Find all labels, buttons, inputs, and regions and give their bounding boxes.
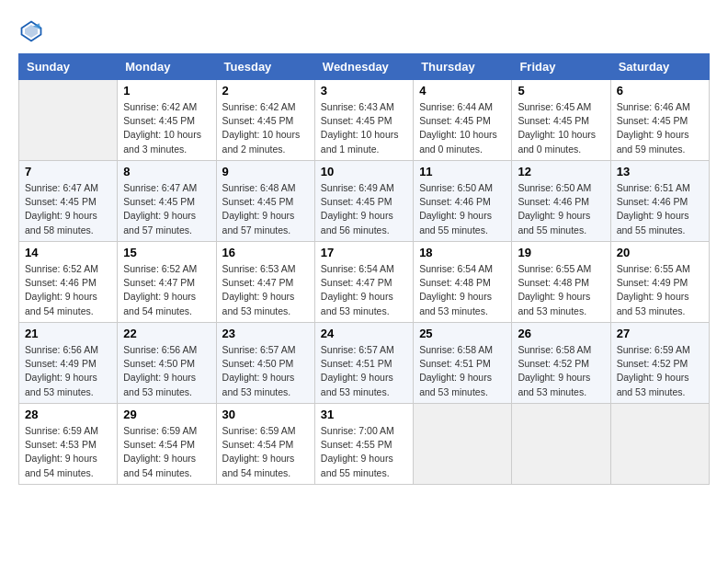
calendar-cell: 1Sunrise: 6:42 AMSunset: 4:45 PMDaylight… [118, 80, 216, 161]
day-number: 3 [321, 84, 407, 98]
day-info: Sunrise: 6:54 AMSunset: 4:47 PMDaylight:… [321, 262, 407, 318]
day-number: 6 [617, 84, 703, 98]
calendar-cell: 31Sunrise: 7:00 AMSunset: 4:55 PMDayligh… [314, 404, 413, 485]
calendar-cell [610, 404, 709, 485]
calendar-cell: 2Sunrise: 6:42 AMSunset: 4:45 PMDaylight… [216, 80, 314, 161]
day-info: Sunrise: 6:48 AMSunset: 4:45 PMDaylight:… [222, 181, 309, 237]
day-info: Sunrise: 6:46 AMSunset: 4:45 PMDaylight:… [617, 100, 703, 156]
weekday-header-friday: Friday [512, 54, 610, 80]
day-info: Sunrise: 6:51 AMSunset: 4:46 PMDaylight:… [617, 181, 703, 237]
day-info: Sunrise: 6:59 AMSunset: 4:52 PMDaylight:… [617, 343, 703, 399]
calendar-cell: 5Sunrise: 6:45 AMSunset: 4:45 PMDaylight… [512, 80, 610, 161]
calendar-cell: 20Sunrise: 6:55 AMSunset: 4:49 PMDayligh… [610, 242, 709, 323]
page-header [18, 18, 710, 44]
calendar-cell: 8Sunrise: 6:47 AMSunset: 4:45 PMDaylight… [118, 161, 216, 242]
day-number: 11 [419, 165, 506, 178]
calendar-cell [414, 404, 512, 485]
day-number: 12 [518, 165, 604, 178]
day-number: 31 [321, 408, 407, 421]
day-info: Sunrise: 6:47 AMSunset: 4:45 PMDaylight:… [25, 181, 111, 237]
day-info: Sunrise: 6:55 AMSunset: 4:48 PMDaylight:… [518, 262, 604, 318]
day-info: Sunrise: 6:54 AMSunset: 4:48 PMDaylight:… [419, 262, 506, 318]
day-info: Sunrise: 6:50 AMSunset: 4:46 PMDaylight:… [518, 181, 604, 237]
weekday-header-tuesday: Tuesday [216, 54, 314, 80]
day-info: Sunrise: 6:50 AMSunset: 4:46 PMDaylight:… [419, 181, 506, 237]
day-number: 4 [419, 84, 506, 98]
day-number: 10 [321, 165, 407, 178]
day-info: Sunrise: 6:59 AMSunset: 4:54 PMDaylight:… [222, 424, 309, 480]
day-number: 18 [419, 246, 506, 259]
day-info: Sunrise: 6:59 AMSunset: 4:53 PMDaylight:… [25, 424, 111, 480]
day-number: 24 [321, 327, 407, 340]
day-number: 7 [25, 165, 111, 178]
day-number: 25 [419, 327, 506, 340]
day-number: 19 [518, 246, 604, 259]
calendar-cell: 4Sunrise: 6:44 AMSunset: 4:45 PMDaylight… [414, 80, 512, 161]
day-number: 17 [321, 246, 407, 259]
calendar-cell: 14Sunrise: 6:52 AMSunset: 4:46 PMDayligh… [19, 242, 118, 323]
day-number: 13 [617, 165, 703, 178]
day-number: 8 [123, 165, 210, 178]
day-info: Sunrise: 6:58 AMSunset: 4:52 PMDaylight:… [518, 343, 604, 399]
calendar-cell: 16Sunrise: 6:53 AMSunset: 4:47 PMDayligh… [216, 242, 314, 323]
weekday-header-row: SundayMondayTuesdayWednesdayThursdayFrid… [19, 54, 710, 80]
weekday-header-monday: Monday [118, 54, 216, 80]
weekday-header-wednesday: Wednesday [314, 54, 413, 80]
day-number: 27 [617, 327, 703, 340]
weekday-header-thursday: Thursday [414, 54, 512, 80]
day-number: 29 [123, 408, 210, 421]
day-info: Sunrise: 6:56 AMSunset: 4:50 PMDaylight:… [123, 343, 210, 399]
calendar-cell: 15Sunrise: 6:52 AMSunset: 4:47 PMDayligh… [118, 242, 216, 323]
calendar-cell [512, 404, 610, 485]
day-info: Sunrise: 6:57 AMSunset: 4:51 PMDaylight:… [321, 343, 407, 399]
day-info: Sunrise: 6:56 AMSunset: 4:49 PMDaylight:… [25, 343, 111, 399]
calendar-cell: 17Sunrise: 6:54 AMSunset: 4:47 PMDayligh… [314, 242, 413, 323]
day-number: 5 [518, 84, 604, 98]
calendar-cell: 12Sunrise: 6:50 AMSunset: 4:46 PMDayligh… [512, 161, 610, 242]
logo [18, 18, 48, 44]
calendar-cell: 18Sunrise: 6:54 AMSunset: 4:48 PMDayligh… [414, 242, 512, 323]
day-number: 2 [222, 84, 309, 98]
day-info: Sunrise: 6:45 AMSunset: 4:45 PMDaylight:… [518, 100, 604, 156]
calendar-cell: 29Sunrise: 6:59 AMSunset: 4:54 PMDayligh… [118, 404, 216, 485]
day-info: Sunrise: 6:49 AMSunset: 4:45 PMDaylight:… [321, 181, 407, 237]
calendar-cell: 10Sunrise: 6:49 AMSunset: 4:45 PMDayligh… [314, 161, 413, 242]
day-info: Sunrise: 6:53 AMSunset: 4:47 PMDaylight:… [222, 262, 309, 318]
day-info: Sunrise: 6:55 AMSunset: 4:49 PMDaylight:… [617, 262, 703, 318]
calendar-week-5: 28Sunrise: 6:59 AMSunset: 4:53 PMDayligh… [19, 404, 710, 485]
weekday-header-saturday: Saturday [610, 54, 709, 80]
day-number: 15 [123, 246, 210, 259]
calendar-cell: 13Sunrise: 6:51 AMSunset: 4:46 PMDayligh… [610, 161, 709, 242]
calendar-cell: 21Sunrise: 6:56 AMSunset: 4:49 PMDayligh… [19, 323, 118, 404]
day-info: Sunrise: 6:47 AMSunset: 4:45 PMDaylight:… [123, 181, 210, 237]
day-info: Sunrise: 6:42 AMSunset: 4:45 PMDaylight:… [123, 100, 210, 156]
calendar-cell: 27Sunrise: 6:59 AMSunset: 4:52 PMDayligh… [610, 323, 709, 404]
day-info: Sunrise: 6:43 AMSunset: 4:45 PMDaylight:… [321, 100, 407, 156]
calendar-week-4: 21Sunrise: 6:56 AMSunset: 4:49 PMDayligh… [19, 323, 710, 404]
day-number: 14 [25, 246, 111, 259]
day-info: Sunrise: 6:57 AMSunset: 4:50 PMDaylight:… [222, 343, 309, 399]
logo-icon [18, 18, 44, 44]
day-number: 9 [222, 165, 309, 178]
calendar-week-3: 14Sunrise: 6:52 AMSunset: 4:46 PMDayligh… [19, 242, 710, 323]
day-number: 28 [25, 408, 111, 421]
calendar-cell: 26Sunrise: 6:58 AMSunset: 4:52 PMDayligh… [512, 323, 610, 404]
calendar-cell: 24Sunrise: 6:57 AMSunset: 4:51 PMDayligh… [314, 323, 413, 404]
calendar-cell: 7Sunrise: 6:47 AMSunset: 4:45 PMDaylight… [19, 161, 118, 242]
weekday-header-sunday: Sunday [19, 54, 118, 80]
day-number: 30 [222, 408, 309, 421]
calendar-week-2: 7Sunrise: 6:47 AMSunset: 4:45 PMDaylight… [19, 161, 710, 242]
day-number: 23 [222, 327, 309, 340]
calendar-cell: 19Sunrise: 6:55 AMSunset: 4:48 PMDayligh… [512, 242, 610, 323]
day-info: Sunrise: 6:59 AMSunset: 4:54 PMDaylight:… [123, 424, 210, 480]
calendar-cell: 9Sunrise: 6:48 AMSunset: 4:45 PMDaylight… [216, 161, 314, 242]
day-info: Sunrise: 6:52 AMSunset: 4:47 PMDaylight:… [123, 262, 210, 318]
day-number: 16 [222, 246, 309, 259]
calendar-cell: 22Sunrise: 6:56 AMSunset: 4:50 PMDayligh… [118, 323, 216, 404]
calendar-cell: 25Sunrise: 6:58 AMSunset: 4:51 PMDayligh… [414, 323, 512, 404]
calendar-cell: 6Sunrise: 6:46 AMSunset: 4:45 PMDaylight… [610, 80, 709, 161]
day-number: 26 [518, 327, 604, 340]
day-info: Sunrise: 6:52 AMSunset: 4:46 PMDaylight:… [25, 262, 111, 318]
day-number: 20 [617, 246, 703, 259]
day-info: Sunrise: 7:00 AMSunset: 4:55 PMDaylight:… [321, 424, 407, 480]
